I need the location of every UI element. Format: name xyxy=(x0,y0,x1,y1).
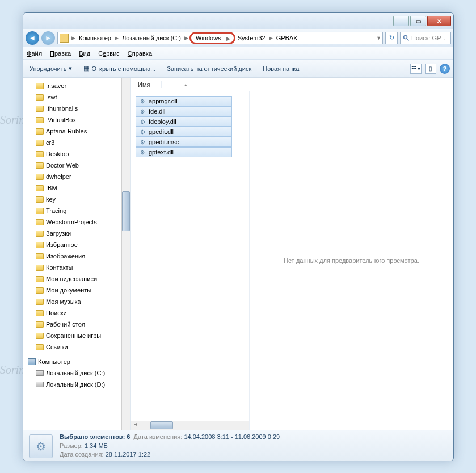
scrollbar-horizontal[interactable]: ◄ xyxy=(131,421,249,430)
organize-button[interactable]: Упорядочить ▾ xyxy=(27,63,75,74)
tree-item-label: Рабочий стол xyxy=(46,321,85,328)
tree-item[interactable]: Загрузки xyxy=(23,228,130,239)
menu-help[interactable]: Справка xyxy=(128,50,152,57)
file-item[interactable]: ⚙appmgr.dll xyxy=(136,96,232,106)
scrollbar-thumb[interactable] xyxy=(150,421,173,429)
tree-item[interactable]: WebstormProjects xyxy=(23,216,130,228)
folder-icon xyxy=(36,185,44,191)
chevron-right-icon[interactable]: ▶ xyxy=(113,35,120,41)
tree-item-label: Tracing xyxy=(46,207,66,214)
chevron-right-icon[interactable]: ▶ xyxy=(70,35,77,41)
folder-icon xyxy=(36,162,44,169)
tree-item[interactable]: Doctor Web xyxy=(23,160,130,171)
tree-item-label: dwhelper xyxy=(46,173,71,180)
file-item[interactable]: ⚙fde.dll xyxy=(136,106,232,116)
preview-pane-button[interactable]: ▯ xyxy=(425,64,436,74)
scrollbar-vertical[interactable] xyxy=(121,78,130,430)
file-item[interactable]: ⚙gptext.dll xyxy=(136,147,232,157)
chevron-right-icon[interactable]: ▶ xyxy=(183,35,189,41)
menu-file[interactable]: Файл xyxy=(27,50,42,57)
file-item[interactable]: ⚙gpedit.dll xyxy=(136,127,232,137)
view-mode-button[interactable]: ☷ ▾ xyxy=(410,64,422,74)
sidebar: .r.saver.swt.thumbnails.VirtualBoxAptana… xyxy=(23,78,131,430)
tree-item[interactable]: Контакты xyxy=(23,262,130,273)
new-folder-button[interactable]: Новая папка xyxy=(260,64,302,74)
tree-item[interactable]: .swt xyxy=(23,91,130,103)
tree-item[interactable]: Ссылки xyxy=(23,341,130,353)
folder-icon xyxy=(36,196,44,203)
menu-edit[interactable]: Правка xyxy=(50,50,71,57)
folder-icon xyxy=(36,344,44,350)
search-input[interactable]: Поиск: GP... xyxy=(400,32,451,44)
tree-item[interactable]: Сохраненные игры xyxy=(23,330,130,341)
tree-item[interactable]: .thumbnails xyxy=(23,103,130,114)
tree-item[interactable]: .r.saver xyxy=(23,80,130,91)
help-button[interactable]: ? xyxy=(440,64,450,74)
breadcrumb-segment[interactable]: Компьютер xyxy=(77,35,113,41)
tree-item-label: Сохраненные игры xyxy=(46,332,101,339)
menu-tools[interactable]: Сервис xyxy=(98,50,120,57)
file-icon: ⚙ xyxy=(138,97,146,105)
titlebar: — ▭ ✕ xyxy=(23,13,453,29)
menu-view[interactable]: Вид xyxy=(79,50,90,57)
tree-item[interactable]: IBM xyxy=(23,182,130,194)
file-name: gptext.dll xyxy=(149,149,174,156)
chevron-right-icon[interactable]: ▶ xyxy=(268,35,274,41)
tree-item-drive[interactable]: Локальный диск (C:) xyxy=(23,367,130,379)
scrollbar-thumb[interactable] xyxy=(122,191,130,231)
tree-item[interactable]: Aptana Rubles xyxy=(23,125,130,137)
maximize-button[interactable]: ▭ xyxy=(410,16,426,26)
tree-item[interactable]: Моя музыка xyxy=(23,296,130,307)
tree-item[interactable]: Избранное xyxy=(23,239,130,250)
chevron-right-icon[interactable]: ▶ xyxy=(225,36,231,41)
status-bar: ⚙ Выбрано элементов: 6 Дата изменения: 1… xyxy=(23,430,453,461)
file-item[interactable]: ⚙gpedit.msc xyxy=(136,137,232,147)
tree-item[interactable]: dwhelper xyxy=(23,171,130,182)
tree-item[interactable]: Tracing xyxy=(23,205,130,216)
back-button[interactable]: ◄ xyxy=(26,31,39,45)
refresh-button[interactable]: ↻ xyxy=(385,32,398,44)
folder-icon xyxy=(60,34,69,43)
breadcrumb-segment[interactable]: GPBAK xyxy=(274,35,300,41)
tree-item[interactable]: Рабочий стол xyxy=(23,319,130,330)
svg-point-0 xyxy=(404,35,407,39)
breadcrumb-segment[interactable]: Локальный диск (C:) xyxy=(120,35,183,41)
tree-item[interactable]: Мои видеозаписи xyxy=(23,273,130,284)
tree-item-computer[interactable]: Компьютер xyxy=(23,356,130,367)
content-pane: Имя ▴ ⚙appmgr.dll⚙fde.dll⚙fdeploy.dll⚙gp… xyxy=(131,78,453,430)
column-name[interactable]: Имя xyxy=(136,81,162,88)
close-button[interactable]: ✕ xyxy=(427,16,451,26)
tree-item-label: Контакты xyxy=(46,264,73,271)
tree-item[interactable]: key xyxy=(23,194,130,205)
breadcrumb[interactable]: ▶ Компьютер ▶ Локальный диск (C:) ▶ Wind… xyxy=(57,32,383,44)
tree-item[interactable]: .VirtualBox xyxy=(23,114,130,125)
folder-icon xyxy=(36,321,44,328)
tree-item-label: Локальный диск (D:) xyxy=(46,381,105,388)
file-item[interactable]: ⚙fdeploy.dll xyxy=(136,116,232,127)
tree-item-label: key xyxy=(46,196,56,203)
tree-item[interactable]: Изображения xyxy=(23,250,130,262)
minimize-button[interactable]: — xyxy=(393,16,409,26)
forward-button[interactable]: ► xyxy=(41,31,55,45)
tree-item-drive[interactable]: Локальный диск (D:) xyxy=(23,379,130,390)
sort-indicator-icon: ▴ xyxy=(184,82,187,87)
burn-button[interactable]: Записать на оптический диск xyxy=(164,64,254,74)
tree-item[interactable]: cr3 xyxy=(23,137,130,148)
tree-item-label: Aptana Rubles xyxy=(46,128,87,135)
chevron-down-icon[interactable]: ▼ xyxy=(375,35,382,41)
folder-icon xyxy=(36,219,44,225)
file-icon: ⚙ xyxy=(138,118,146,125)
folder-icon xyxy=(36,276,44,282)
folder-icon xyxy=(36,94,44,101)
file-icon: ⚙ xyxy=(138,148,146,156)
tree-item[interactable]: Desktop xyxy=(23,148,130,160)
tree-item[interactable]: Мои документы xyxy=(23,284,130,296)
preview-pane: Нет данных для предварительного просмотр… xyxy=(249,91,453,430)
breadcrumb-segment[interactable]: System32 xyxy=(235,35,268,41)
open-with-button[interactable]: ▦ Открыть с помощью... xyxy=(81,63,158,74)
folder-icon xyxy=(36,242,44,248)
folder-icon xyxy=(36,208,44,214)
tree-item[interactable]: Поиски xyxy=(23,307,130,319)
breadcrumb-segment[interactable]: Windows xyxy=(193,35,224,41)
tree-item-label: Мои документы xyxy=(46,287,91,294)
